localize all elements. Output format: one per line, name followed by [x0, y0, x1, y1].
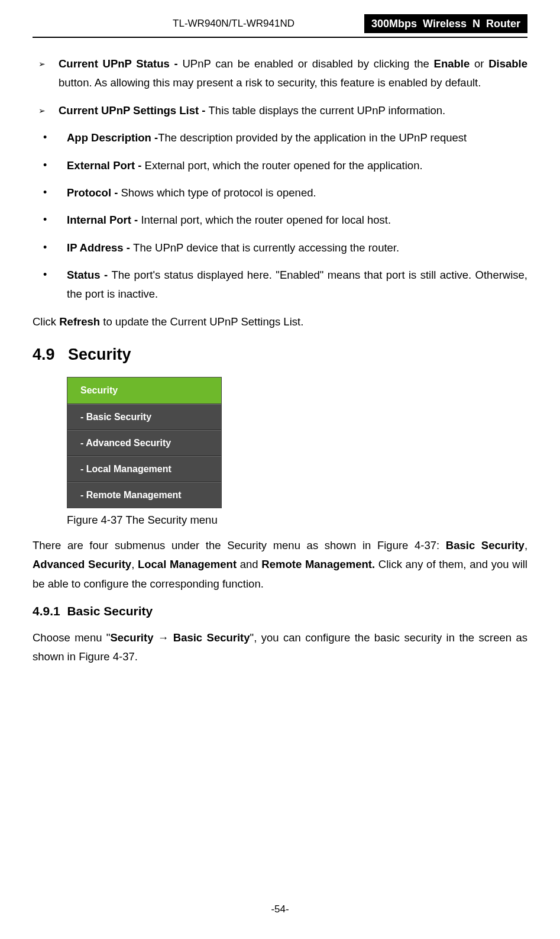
- section-number: 4.9: [33, 346, 55, 363]
- list-item: App Description -The description provide…: [33, 128, 527, 147]
- text: UPnP can be enabled or disabled by click…: [182, 57, 433, 70]
- text: The description provided by the applicat…: [158, 131, 467, 144]
- term: Basic Security: [446, 539, 525, 551]
- term: Local Management: [138, 558, 237, 570]
- refresh-paragraph: Click Refresh to update the Current UPnP…: [33, 312, 527, 331]
- section-heading: 4.9 Security: [33, 341, 527, 369]
- text: or: [470, 57, 488, 70]
- security-menu-figure: Security - Basic Security - Advanced Sec…: [67, 377, 222, 508]
- menu-item: - Advanced Security: [67, 430, 221, 456]
- header-divider: [33, 37, 527, 38]
- term: Disable: [488, 57, 527, 70]
- text: and: [237, 558, 261, 570]
- menu-item: - Basic Security: [67, 404, 221, 430]
- section-title: Security: [68, 346, 131, 363]
- term: App Description -: [67, 131, 158, 144]
- list-item: Protocol - Shows which type of protocol …: [33, 183, 527, 202]
- text: Click: [33, 315, 59, 328]
- text: Shows which type of protocol is opened.: [121, 186, 316, 199]
- list-item: Current UPnP Settings List - This table …: [33, 101, 527, 120]
- subsection-number: 4.9.1: [33, 604, 60, 618]
- text: ,: [131, 558, 138, 570]
- term: Advanced Security: [33, 558, 131, 570]
- text: to update the Current UPnP Settings List…: [100, 315, 303, 328]
- term: Current UPnP Status -: [59, 57, 182, 70]
- list-item: Status - The port's status displayed her…: [33, 266, 527, 304]
- choose-menu-paragraph: Choose menu "Security → Basic Security",…: [33, 628, 527, 667]
- subsection-title: Basic Security: [67, 604, 153, 618]
- device-name: 300Mbps Wireless N Router: [364, 14, 527, 33]
- model-number: TL-WR940N/TL-WR941ND: [173, 18, 294, 30]
- term: Security: [110, 631, 153, 644]
- term: Current UPnP Settings List -: [59, 104, 209, 117]
- menu-item: - Local Management: [67, 456, 221, 482]
- text: The UPnP device that is currently access…: [133, 241, 399, 254]
- menu-item: - Remote Management: [67, 482, 221, 508]
- term: Basic Security: [173, 631, 250, 644]
- term: Protocol -: [67, 186, 121, 199]
- submenus-paragraph: There are four submenus under the Securi…: [33, 536, 527, 593]
- upnp-main-list: Current UPnP Status - UPnP can be enable…: [33, 54, 527, 120]
- text: button. As allowing this may present a r…: [59, 76, 481, 89]
- text: ,: [525, 539, 527, 551]
- text: Choose menu ": [33, 631, 110, 644]
- term: Status -: [67, 269, 111, 281]
- term: Remote Management.: [261, 558, 375, 570]
- term: Enable: [434, 57, 470, 70]
- upnp-sub-list: App Description -The description provide…: [33, 128, 527, 304]
- list-item: External Port - External port, which the…: [33, 156, 527, 175]
- text: Internal port, which the router opened f…: [141, 214, 391, 226]
- term: Refresh: [59, 315, 100, 328]
- text: The port's status displayed here. "Enabl…: [67, 269, 527, 300]
- menu-header: Security: [67, 377, 221, 404]
- page-number: -54-: [0, 903, 560, 915]
- text: There are four submenus under the Securi…: [33, 539, 446, 551]
- text: This table displays the current UPnP inf…: [209, 104, 446, 117]
- figure-caption: Figure 4-37 The Security menu: [67, 511, 527, 530]
- arrow-icon: →: [153, 631, 173, 644]
- list-item: Internal Port - Internal port, which the…: [33, 211, 527, 230]
- document-header: TL-WR940N/TL-WR941ND 300Mbps Wireless N …: [33, 14, 527, 36]
- list-item: IP Address - The UPnP device that is cur…: [33, 238, 527, 257]
- term: IP Address -: [67, 241, 133, 254]
- term: Internal Port -: [67, 214, 141, 226]
- list-item: Current UPnP Status - UPnP can be enable…: [33, 54, 527, 93]
- text: External port, which the router opened f…: [145, 159, 423, 172]
- subsection-heading: 4.9.1 Basic Security: [33, 601, 527, 622]
- term: External Port -: [67, 159, 145, 172]
